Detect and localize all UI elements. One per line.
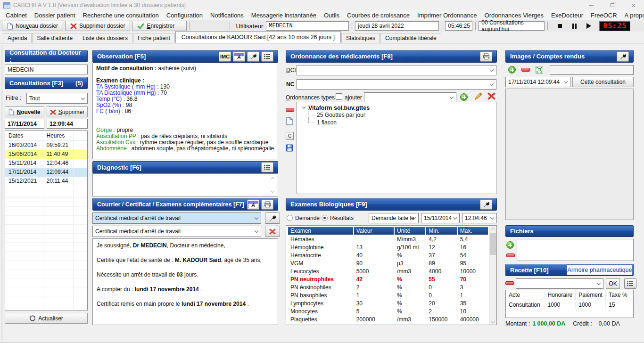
certificate-text-area[interactable]: Je soussigné, Dr MEDECIN, Docteur en méd… [92, 238, 278, 325]
certificate-delete-button[interactable] [265, 226, 280, 237]
menu-item[interactable]: ExeDocteur [547, 11, 587, 20]
imc-button[interactable]: IMC [219, 51, 231, 62]
tab[interactable]: Fiche patient [133, 33, 175, 43]
bio-column-header-1[interactable]: Valeur [354, 227, 394, 235]
medication-item[interactable]: Vitaform sol.buv.gttes [301, 105, 492, 111]
column-header-dates[interactable]: Dates [5, 131, 43, 141]
menu-item[interactable]: Ordonnances Vierges [481, 11, 548, 20]
nc-select[interactable] [297, 79, 496, 90]
bio-column-header-0[interactable]: Examen [288, 227, 353, 235]
font-button[interactable]: A [247, 199, 259, 210]
exam-value[interactable]: 13 [354, 244, 394, 251]
dci-select[interactable] [297, 65, 496, 75]
recette-column-header-0[interactable]: Acte [506, 290, 545, 300]
save-button[interactable]: Enregistrer [132, 21, 187, 31]
bio-result-row[interactable]: Plaquettes 200000 /mm3 150000 400000 [288, 316, 488, 323]
print-button[interactable] [261, 199, 273, 210]
remove-acte-button[interactable] [505, 281, 514, 285]
tab[interactable]: Statistiques [341, 33, 380, 43]
bio-result-row[interactable]: Hémoglobine 13 g/100 ml 12 16 [288, 244, 488, 251]
splitter[interactable] [1, 45, 2, 340]
menu-item[interactable]: Messagerie instantanée [248, 11, 320, 20]
bio-table-scrollbar[interactable] [489, 226, 496, 325]
certificate-template-select[interactable]: Certificat médical d'arrêt de travail [92, 226, 261, 237]
medication-detail[interactable]: 25 Gouttes par jour [301, 111, 492, 119]
remove-file-button[interactable] [506, 253, 515, 257]
exam-value[interactable]: 5 [354, 236, 394, 243]
demande-date-type-select[interactable]: Demande faite le [369, 213, 419, 223]
stop-button[interactable] [554, 21, 565, 31]
tree-collapse-icon[interactable] [302, 105, 305, 108]
new-prescription-button[interactable] [286, 117, 293, 127]
doctor-name-field[interactable]: MEDECIN [5, 65, 88, 74]
image-title-field[interactable] [550, 65, 634, 75]
menu-item[interactable]: Recherche une consultation [79, 11, 163, 20]
scrollbar-thumb[interactable] [490, 233, 496, 255]
bio-result-row[interactable]: PN basophiles 1 % 0 1 [288, 292, 488, 299]
selected-date-field[interactable]: 17/11/2014 [5, 119, 44, 129]
settings-wrench-button[interactable] [480, 199, 492, 210]
diagnostic-text-area[interactable] [92, 173, 278, 196]
resultats-radio[interactable] [322, 215, 328, 221]
settings-wrench-button[interactable] [247, 51, 259, 62]
consultation-row[interactable]: 15/12/2021 20:11:44 [5, 177, 87, 186]
tab[interactable]: Consultations de KADOUR Said [42 ans 10 … [175, 31, 341, 43]
tab[interactable]: Agenda [3, 33, 32, 43]
certificate-type-select[interactable]: Certificat médical d'arrêt de travail [92, 212, 261, 224]
prescription-tree[interactable]: Vitaform sol.buv.gttes 25 Gouttes par jo… [297, 102, 496, 194]
exam-value[interactable]: 1 [354, 292, 394, 299]
filter-select[interactable]: Tout [26, 93, 88, 104]
menu-item[interactable]: Dossier patient [31, 11, 79, 20]
consultation-row[interactable]: 15/11/2014 12:04:46 [5, 159, 87, 168]
current-date-field[interactable]: jeudi 28 avril 2022 [355, 21, 439, 31]
user-field[interactable]: MEDECIN [266, 21, 349, 31]
selected-time-field[interactable]: 12:09:44 [47, 119, 88, 129]
bio-result-row[interactable]: Hématies 5 M/mm3 4,2 5,4 [288, 236, 488, 243]
delete-record-button[interactable]: Supprimer dossier [65, 21, 130, 31]
pause-button[interactable] [569, 21, 580, 31]
exam-date-select[interactable]: 15/11/2014 [421, 213, 460, 223]
list-menu-button[interactable] [261, 51, 273, 62]
tab[interactable]: Liste des dossiers [78, 33, 132, 43]
bio-result-row[interactable]: Lymphocytes 30 % 20 35 [288, 300, 488, 307]
image-display-area[interactable] [505, 89, 634, 220]
recette-column-header-2[interactable]: Paiement [576, 290, 606, 300]
restore-button[interactable] [602, 0, 623, 10]
delete-consultation-button[interactable]: Supprimer [47, 106, 88, 117]
consultation-row[interactable]: 16/03/2014 09:59:21 [5, 141, 87, 150]
list-menu-button[interactable] [624, 278, 636, 289]
add-type-button[interactable] [460, 93, 468, 101]
exam-value[interactable]: 42 [354, 276, 394, 283]
bio-column-header-4[interactable]: Max. [458, 227, 488, 235]
delete-type-button[interactable] [487, 92, 495, 101]
remove-image-button[interactable] [521, 68, 530, 72]
ordonnance-type-select[interactable] [364, 92, 456, 102]
minimize-button[interactable] [580, 0, 602, 10]
exam-value[interactable]: 200000 [354, 316, 394, 323]
refresh-button[interactable]: Actualiser [5, 313, 88, 324]
exam-value[interactable]: 2 [354, 284, 394, 291]
add-image-button[interactable] [508, 66, 516, 74]
bio-result-row[interactable]: Leucocytes 5000 /mm3 4000 10000 [288, 268, 488, 275]
recette-column-header-1[interactable]: Honoraire [545, 290, 576, 300]
acte-select[interactable] [516, 278, 603, 289]
copy-button[interactable]: C [286, 132, 294, 140]
menu-item[interactable]: Notifications [206, 11, 248, 20]
ajouter-checkbox[interactable] [336, 93, 342, 100]
settings-wrench-button[interactable] [617, 51, 629, 62]
new-record-button[interactable]: Nouveau dossier [2, 21, 63, 31]
scroll-down-icon[interactable] [271, 189, 274, 193]
exam-value[interactable]: 90 [354, 260, 394, 267]
list-menu-button[interactable] [261, 162, 273, 172]
menu-item[interactable]: Courbes de croissance [343, 11, 413, 20]
bio-result-row[interactable]: Monocytes 5 % 2 10 [288, 308, 488, 315]
bio-column-header-2[interactable]: Unité [395, 227, 425, 235]
menu-item[interactable]: Imprimer Ordonnance [413, 11, 480, 20]
expand-image-button[interactable] [536, 66, 543, 74]
observation-text-area[interactable]: Motif de consultation : asthénie (suivi)… [92, 63, 278, 159]
medication-detail[interactable]: 1 flacon [301, 119, 492, 126]
consultation-row[interactable]: 15/06/2014 11:40:49 [5, 150, 87, 159]
column-header-heures[interactable]: Heures [43, 131, 73, 141]
tab[interactable]: Comptabilité libérale [380, 33, 441, 43]
exam-value[interactable]: 5000 [354, 268, 394, 275]
